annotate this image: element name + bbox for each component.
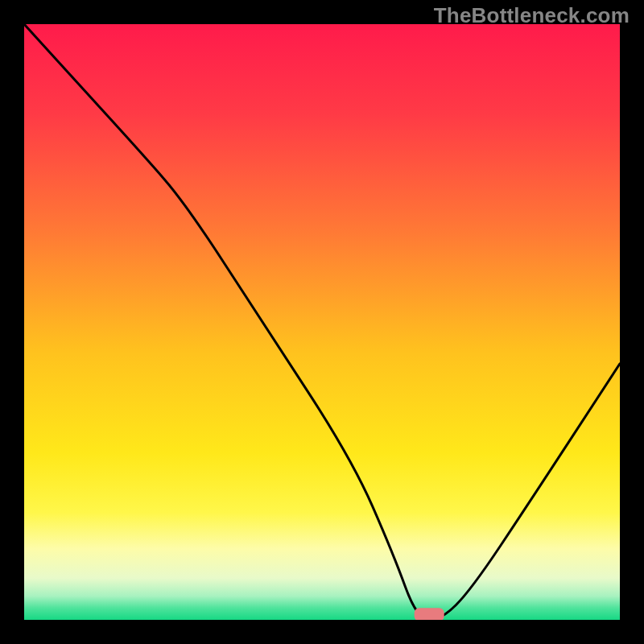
bottleneck-chart: [24, 24, 620, 620]
gradient-background: [24, 24, 620, 620]
selected-point-marker: [415, 608, 444, 620]
chart-frame: TheBottleneck.com: [0, 0, 644, 644]
